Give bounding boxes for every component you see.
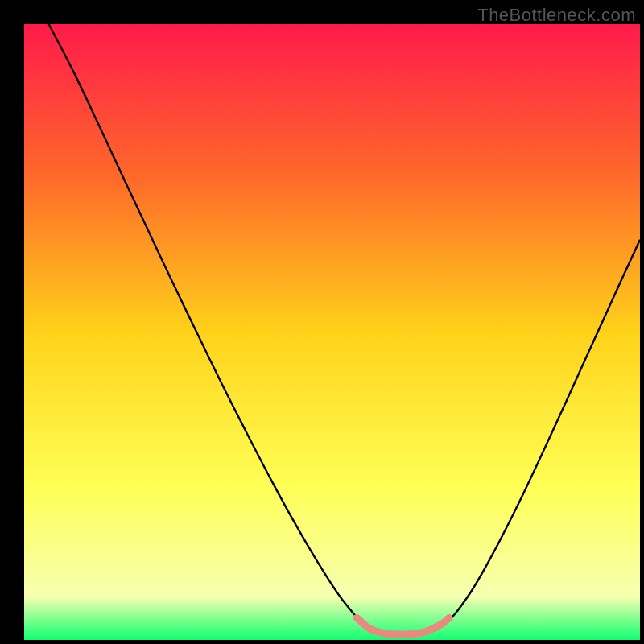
bottleneck-chart	[0, 0, 644, 644]
plot-background	[24, 24, 640, 640]
watermark-text: TheBottleneck.com	[477, 5, 636, 26]
chart-container: TheBottleneck.com	[0, 0, 644, 644]
